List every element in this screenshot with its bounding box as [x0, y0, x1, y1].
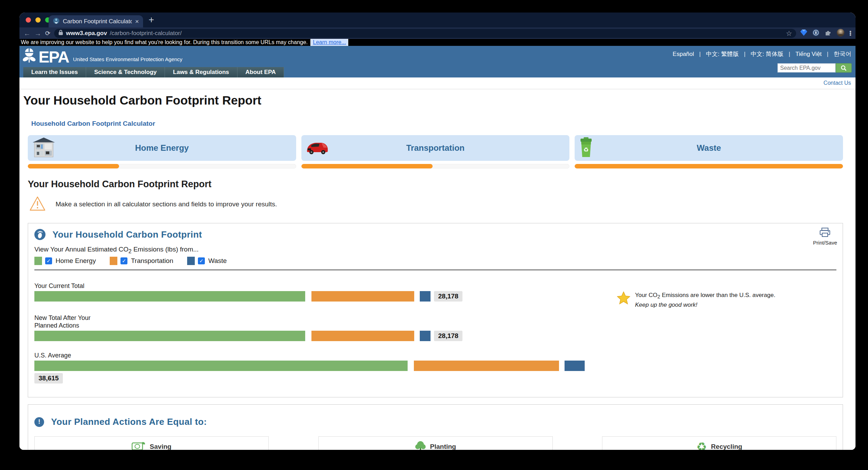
back-icon[interactable]: ← — [24, 30, 31, 37]
planned-actions-card: ! Your Planned Actions Are Equal to: Sav… — [28, 404, 843, 450]
warning-row: Make a selection in all calculator secti… — [29, 196, 856, 213]
bar-segment-waste — [420, 291, 431, 302]
page-content: Your Household Carbon Footprint Report H… — [19, 89, 856, 450]
epa-flower-icon — [22, 48, 36, 65]
browser-tab[interactable]: Carbon Footprint Calculator | C × — [49, 15, 143, 27]
browser-toolbar: ← → ⟳ www3.epa.gov/carbon-footprint-calc… — [19, 27, 856, 39]
bar-segment-transportation — [414, 361, 559, 371]
language-link[interactable]: 中文: 繁體版 — [694, 50, 739, 58]
contact-us-link[interactable]: Contact Us — [824, 80, 851, 86]
language-link[interactable]: Español — [673, 51, 694, 58]
tab-title: Carbon Footprint Calculator | C — [63, 18, 132, 25]
search-input[interactable] — [777, 63, 836, 73]
browser-window: Carbon Footprint Calculator | C × + ← → … — [19, 13, 856, 450]
bar-row-label: Your Current Total — [34, 282, 836, 290]
legend-swatch-transportation — [110, 257, 117, 265]
planned-card-planting: Planting — [318, 436, 553, 450]
reload-icon[interactable]: ⟳ — [45, 30, 50, 37]
exclamation-icon: ! — [34, 417, 44, 427]
progress-fill — [575, 164, 843, 168]
url-host: www3.epa.gov — [66, 30, 107, 37]
section-label: Home Energy — [28, 143, 296, 153]
tab-favicon-icon — [53, 17, 60, 26]
footprint-icon — [34, 229, 45, 240]
search-button[interactable] — [836, 63, 852, 73]
breadcrumb[interactable]: Household Carbon Footprint Calculator — [31, 120, 856, 127]
emissions-note: Your CO2 Emissions are lower than the U.… — [617, 291, 775, 308]
progress-fill — [28, 164, 119, 168]
bar-row-us-average — [34, 361, 836, 371]
tab-strip: Carbon Footprint Calculator | C × + — [19, 13, 856, 27]
progress-track-transportation — [301, 164, 570, 168]
close-window-button[interactable] — [26, 17, 31, 23]
language-link[interactable]: 中文: 简体版 — [739, 50, 784, 58]
nav-item-laws-regulations[interactable]: Laws & Regulations — [165, 67, 237, 77]
legend-label: Home Energy — [56, 257, 96, 265]
address-bar[interactable]: www3.epa.gov/carbon-footprint-calculator… — [54, 29, 796, 38]
money-icon — [132, 441, 145, 450]
extensions-puzzle-icon[interactable] — [824, 29, 832, 38]
search-icon — [841, 65, 847, 71]
planned-card-label: Saving — [150, 443, 171, 450]
checkbox-home-energy[interactable]: ✓ — [45, 257, 52, 264]
section-transportation[interactable]: Transportation — [301, 135, 570, 161]
checkbox-transportation[interactable]: ✓ — [120, 257, 127, 264]
language-link[interactable]: Tiếng Việt — [784, 51, 822, 58]
language-links: Español 中文: 繁體版 中文: 简体版 Tiếng Việt 한국어 — [673, 50, 851, 58]
report-heading: Your Household Carbon Footprint Report — [28, 179, 856, 190]
epa-search — [777, 63, 852, 73]
print-save-label: Print/Save — [813, 240, 837, 246]
epa-tagline: United States Environmental Protection A… — [73, 56, 182, 62]
checkbox-waste[interactable]: ✓ — [198, 257, 205, 264]
planned-actions-row: Saving Planting ♻ Recycling — [34, 436, 836, 450]
tree-icon — [415, 441, 426, 450]
epa-logo[interactable]: EPA United States Environmental Protecti… — [22, 48, 182, 65]
calculator-sections: Home Energy Transportation ♻ Waste — [28, 135, 843, 161]
profile-avatar[interactable] — [836, 28, 845, 38]
warning-triangle-icon — [29, 196, 46, 213]
planned-actions-title: Your Planned Actions Are Equal to: — [51, 417, 207, 427]
planned-card-recycling: ♻ Recycling — [602, 436, 836, 450]
bar-segment-home-energy — [34, 361, 408, 371]
bar-segment-transportation — [311, 291, 414, 302]
main-nav: Learn the Issues Science & Technology La… — [23, 67, 284, 77]
language-link[interactable]: 한국어 — [822, 50, 851, 58]
bar-row-planned: 28,178 — [34, 331, 836, 341]
print-save[interactable]: Print/Save — [813, 228, 837, 246]
browser-menu-icon[interactable]: ••• — [849, 31, 851, 36]
gold-star-icon — [617, 291, 630, 306]
section-label: Transportation — [301, 143, 570, 153]
epa-logo-text: EPA — [39, 49, 69, 65]
bar-row-label: New Total After YourPlanned Actions — [34, 314, 836, 329]
section-progress-row — [28, 164, 843, 168]
note-line2: Keep up the good work! — [635, 301, 775, 308]
bar-segment-home-energy — [34, 291, 305, 302]
bookmark-star-icon[interactable]: ☆ — [786, 29, 792, 38]
banner-message: We are improving our website to help you… — [21, 39, 308, 46]
nav-item-science-technology[interactable]: Science & Technology — [86, 67, 165, 77]
legend-label: Waste — [208, 257, 227, 265]
learn-more-link[interactable]: Learn more... — [310, 39, 348, 46]
forward-icon[interactable]: → — [34, 30, 41, 37]
gem-extension-icon[interactable] — [800, 29, 808, 38]
total-badge: 38,615 — [34, 373, 63, 384]
nav-item-about-epa[interactable]: About EPA — [237, 67, 284, 77]
report-card-header: Your Household Carbon Footprint — [34, 223, 836, 240]
password-manager-icon[interactable] — [812, 29, 820, 38]
epa-header: EPA United States Environmental Protecti… — [19, 46, 856, 77]
bar-row-label: U.S. Average — [34, 352, 836, 359]
extensions-row: ••• — [800, 28, 851, 38]
section-home-energy[interactable]: Home Energy — [28, 135, 296, 161]
progress-track-home-energy — [28, 164, 296, 168]
planned-actions-header: ! Your Planned Actions Are Equal to: — [34, 405, 836, 427]
footprint-report-card: Your Household Carbon Footprint Print/Sa… — [28, 223, 843, 397]
section-label: Waste — [575, 143, 843, 153]
new-tab-button[interactable]: + — [149, 15, 154, 25]
nav-item-learn-the-issues[interactable]: Learn the Issues — [23, 67, 86, 77]
url-path: /carbon-footprint-calculator/ — [110, 30, 182, 37]
legend-divider — [34, 270, 836, 270]
section-waste[interactable]: ♻ Waste — [575, 135, 843, 161]
page-title: Your Household Carbon Footprint Report — [23, 93, 856, 107]
minimize-window-button[interactable] — [35, 17, 41, 23]
tab-close-icon[interactable]: × — [135, 18, 139, 25]
